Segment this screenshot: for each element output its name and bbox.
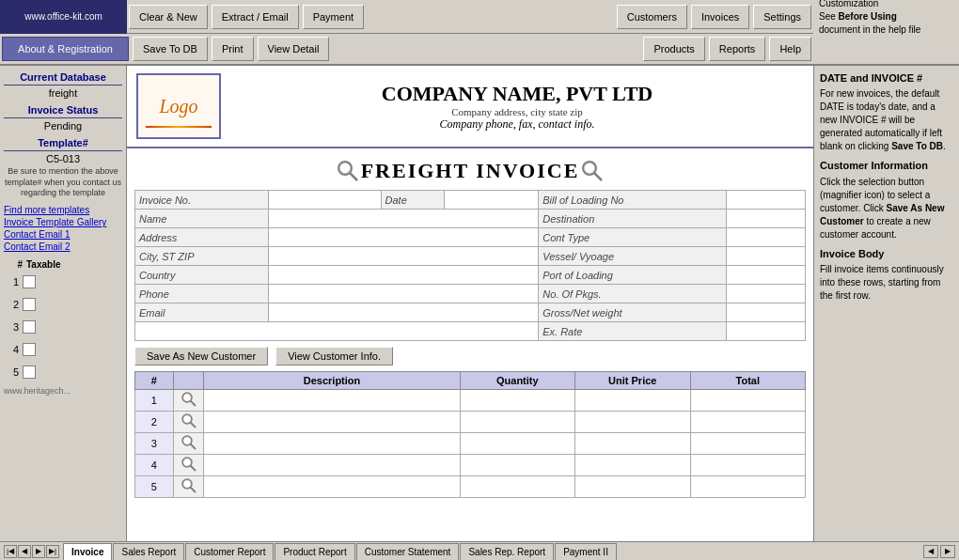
- company-info: COMPANY NAME, PVT LTD Company address, c…: [230, 82, 804, 132]
- table-row: 3: [135, 433, 806, 455]
- bill-of-loading-input[interactable]: [727, 191, 806, 210]
- row-icon-3[interactable]: [173, 433, 204, 455]
- total-5: [690, 476, 806, 498]
- tab-sales-report[interactable]: Sales Report: [113, 543, 184, 560]
- price-input-3[interactable]: [575, 433, 690, 455]
- email-input[interactable]: [268, 303, 539, 322]
- logo-underline: [146, 126, 212, 128]
- pkgs-input[interactable]: [727, 285, 806, 303]
- tab-prev-button[interactable]: ◀: [18, 545, 31, 558]
- contact-email2-link[interactable]: Contact Email 2: [4, 241, 122, 252]
- customer-buttons: Save As New Customer View Customer Info.: [134, 345, 806, 367]
- current-db-value: freight: [4, 87, 122, 99]
- view-customer-info-button[interactable]: View Customer Info.: [275, 347, 393, 366]
- qty-input-1[interactable]: [460, 390, 574, 412]
- row-icon-2[interactable]: [173, 412, 204, 433]
- city-input[interactable]: [268, 247, 539, 266]
- row-icon-4[interactable]: [173, 455, 204, 476]
- list-item: 5: [4, 362, 122, 382]
- products-button[interactable]: Products: [643, 37, 704, 61]
- extract-email-button[interactable]: Extract / Email: [212, 5, 299, 29]
- date-input[interactable]: [445, 191, 539, 210]
- main-container: Current Database freight Invoice Status …: [0, 66, 959, 541]
- country-input[interactable]: [268, 266, 539, 285]
- about-registration-button[interactable]: About & Registration: [2, 37, 129, 61]
- price-input-5[interactable]: [575, 476, 690, 498]
- tab-scroll-right-button[interactable]: ▶: [940, 545, 955, 558]
- tab-payment-ii[interactable]: Payment II: [555, 543, 617, 560]
- destination-input[interactable]: [727, 210, 806, 228]
- invoices-button[interactable]: Invoices: [691, 5, 749, 29]
- contact-email1-link[interactable]: Contact Email 1: [4, 229, 122, 240]
- invoice-no-input[interactable]: [268, 191, 381, 210]
- payment-button[interactable]: Payment: [303, 5, 364, 29]
- tab-first-button[interactable]: |◀: [4, 545, 17, 558]
- taxable-checkbox-2[interactable]: [23, 298, 36, 311]
- tab-customer-report[interactable]: Customer Report: [185, 543, 274, 560]
- qty-input-4[interactable]: [460, 455, 574, 476]
- taxable-checkbox-4[interactable]: [23, 343, 36, 356]
- tab-sales-rep-report[interactable]: Sales Rep. Report: [460, 543, 554, 560]
- help-button[interactable]: Help: [769, 37, 811, 61]
- left-sidebar: Current Database freight Invoice Status …: [0, 66, 127, 541]
- name-label: Name: [135, 210, 269, 228]
- col-header-num: #: [135, 372, 174, 390]
- list-item: 1: [4, 272, 122, 292]
- phone-input[interactable]: [268, 285, 539, 303]
- vessel-input[interactable]: [727, 247, 806, 266]
- qty-input-2[interactable]: [460, 412, 574, 433]
- desc-input-5[interactable]: [204, 476, 460, 498]
- svg-point-14: [183, 438, 190, 444]
- save-to-db-button[interactable]: Save To DB: [133, 37, 208, 61]
- row-icon-5[interactable]: [173, 476, 204, 498]
- exrate-input[interactable]: [727, 322, 806, 341]
- print-button[interactable]: Print: [212, 37, 254, 61]
- tab-next-button[interactable]: ▶: [32, 545, 45, 558]
- magnifier-right-icon[interactable]: [579, 158, 605, 184]
- save-as-new-customer-button[interactable]: Save As New Customer: [134, 347, 268, 366]
- taxable-checkbox-1[interactable]: [23, 275, 36, 288]
- desc-input-4[interactable]: [204, 455, 460, 476]
- name-input[interactable]: [268, 210, 539, 228]
- tab-product-report[interactable]: Product Report: [275, 543, 354, 560]
- row-icon-1[interactable]: [173, 390, 204, 412]
- clear-new-button[interactable]: Clear & New: [129, 5, 208, 29]
- qty-input-5[interactable]: [460, 476, 574, 498]
- desc-input-1[interactable]: [204, 390, 460, 412]
- desc-input-2[interactable]: [204, 412, 460, 433]
- price-input-1[interactable]: [575, 390, 690, 412]
- gross-input[interactable]: [727, 303, 806, 322]
- svg-line-7: [190, 401, 196, 407]
- magnifier-left-icon[interactable]: [335, 158, 361, 184]
- total-2: [690, 412, 806, 433]
- invoice-no-label: Invoice No.: [135, 191, 269, 210]
- taxable-checkbox-3[interactable]: [23, 320, 36, 334]
- tab-invoice[interactable]: Invoice: [63, 543, 112, 560]
- svg-point-17: [183, 459, 190, 466]
- port-input[interactable]: [727, 266, 806, 285]
- tab-scroll-left-button[interactable]: ◀: [923, 545, 938, 558]
- tab-last-button[interactable]: ▶|: [46, 545, 59, 558]
- taxable-checkbox-5[interactable]: [23, 366, 36, 379]
- reports-button[interactable]: Reports: [709, 37, 766, 61]
- tab-customer-statement[interactable]: Customer Statement: [356, 543, 460, 560]
- address-input[interactable]: [268, 228, 539, 247]
- find-templates-link[interactable]: Find more templates: [4, 205, 122, 215]
- view-detail-button[interactable]: View Detail: [258, 37, 330, 61]
- cont-type-input[interactable]: [727, 228, 806, 247]
- total-3: [690, 433, 806, 455]
- email-label: Email: [135, 303, 269, 322]
- qty-input-3[interactable]: [460, 433, 574, 455]
- brand-url: www.office-kit.com: [24, 11, 102, 22]
- customers-button[interactable]: Customers: [617, 5, 687, 29]
- invoice-form-table: Invoice No. Date Bill of Loading No Name…: [134, 190, 806, 341]
- settings-button[interactable]: Settings: [753, 5, 811, 29]
- invoice-status-title: Invoice Status: [4, 104, 122, 118]
- invoice-title-row: FREIGHT INVOICE: [134, 158, 806, 184]
- address-label: Address: [135, 228, 269, 247]
- desc-input-3[interactable]: [204, 433, 460, 455]
- price-input-2[interactable]: [575, 412, 690, 433]
- invoice-gallery-link[interactable]: Invoice Template Gallery: [4, 217, 122, 227]
- invoice-body-title: Invoice Body: [820, 247, 953, 261]
- price-input-4[interactable]: [575, 455, 690, 476]
